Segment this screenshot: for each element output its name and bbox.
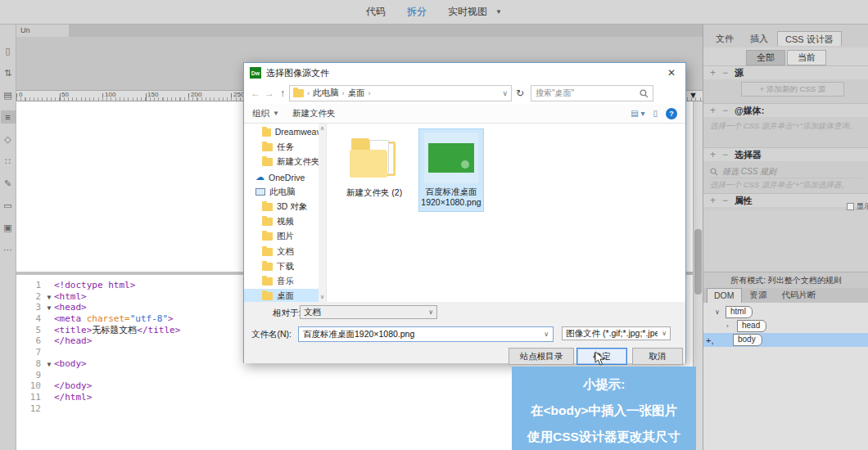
code-view-button[interactable]: 代码 <box>366 5 386 19</box>
remove-property-icon[interactable]: − <box>722 195 730 206</box>
add-media-query-icon[interactable]: ▼ <box>689 90 698 100</box>
expand-icon[interactable]: ∨ <box>715 308 721 316</box>
sidebar-item-videos[interactable]: 视频 <box>244 214 326 229</box>
dreamweaver-app: 代码 拆分 实时视图 ▼ ▯ ⇅ ▤ ≡ ◇ ∷ ✎ ▭ ▣ ⋯ Un 单击标尺… <box>0 0 868 450</box>
widget-icon[interactable]: ▣ <box>1 221 16 234</box>
file-tile-folder[interactable]: 新建文件夹 (2) <box>338 128 410 198</box>
media-queries-icon[interactable]: ▤ <box>1 88 16 101</box>
relative-to-select[interactable]: 文档 ∨ <box>300 305 437 319</box>
desktop-icon <box>262 292 273 300</box>
remove-selector-icon[interactable]: − <box>722 149 730 160</box>
tab-assets[interactable]: 资源 <box>744 288 774 303</box>
file-tile-image-selected[interactable]: 百度标准桌面 1920×1080.png <box>418 128 484 212</box>
sidebar-item-this-pc[interactable]: 此电脑 <box>244 185 326 200</box>
file-list-area[interactable]: 新建文件夹 (2) 百度标准桌面 1920×1080.png <box>327 124 685 302</box>
remove-source-icon[interactable]: − <box>722 67 730 79</box>
tab-insert[interactable]: 插入 <box>743 31 775 46</box>
view-options-icon[interactable]: ▤ ▾ <box>631 109 644 118</box>
tab-css-designer[interactable]: CSS 设计器 <box>777 31 842 46</box>
mode-current-button[interactable]: 当前 <box>787 50 826 65</box>
sidebar-item-desktop[interactable]: 桌面 <box>244 289 326 302</box>
remove-media-icon[interactable]: − <box>722 105 730 116</box>
cancel-button[interactable]: 取消 <box>632 348 683 365</box>
add-element-icon[interactable]: +, <box>706 335 713 345</box>
tab-snippets[interactable]: 代码片断 <box>775 288 823 303</box>
view-mode-toolbar: 代码 拆分 实时视图 ▼ <box>0 0 868 25</box>
refresh-icon[interactable]: ↻ <box>516 88 524 99</box>
forward-icon[interactable]: → <box>264 88 274 99</box>
add-source-icon[interactable]: + <box>710 67 717 79</box>
tab-dom[interactable]: DOM <box>707 288 742 303</box>
css-designer-status: 所有模式: 列出整个文档的规则 <box>703 272 868 288</box>
collapse-arrow-icon[interactable]: ▼ <box>44 292 54 304</box>
dialog-title-bar[interactable]: Dw 选择图像源文件 ✕ <box>244 63 685 83</box>
sidebar-scrollbar[interactable]: ∧ ∨ <box>319 124 326 302</box>
organize-button[interactable]: 组织 <box>252 108 269 119</box>
sidebar-item-tasks[interactable]: 任务 <box>244 140 326 155</box>
new-document-icon[interactable]: ▯ <box>1 44 16 57</box>
guides-icon[interactable]: ∷ <box>1 155 16 168</box>
add-property-icon[interactable]: + <box>710 195 717 206</box>
add-css-source-button[interactable]: + 添加新的 CSS 源 <box>741 82 844 97</box>
preview-pane-icon[interactable]: ▯ <box>653 109 658 118</box>
new-folder-button[interactable]: 新建文件夹 <box>292 108 336 119</box>
scrollbar-thumb[interactable] <box>694 229 702 295</box>
filetype-select[interactable]: 图像文件 (*.gif;*.jpg;*.jpeg;*.p ∨ <box>562 326 671 340</box>
sidebar-item-pictures[interactable]: 图片 <box>244 229 326 244</box>
dom-node-head[interactable]: › head <box>703 319 868 333</box>
collapse-arrow-icon[interactable]: ▼ <box>44 303 54 314</box>
panel-tabs: 文件 插入 CSS 设计器 <box>703 31 868 46</box>
music-icon <box>262 277 273 286</box>
sidebar-item-onedrive[interactable]: ☁OneDrive <box>244 170 326 185</box>
dom-node-body[interactable]: +, body <box>703 333 868 347</box>
format-source-icon[interactable]: ≡ <box>1 110 16 124</box>
sidebar-item-dreamweaver[interactable]: Dreamweaver库 <box>244 125 326 140</box>
sidebar-item-downloads[interactable]: 下载 <box>244 259 326 274</box>
help-icon[interactable]: ? <box>666 108 677 119</box>
breadcrumb-separator: › <box>342 89 345 97</box>
breadcrumb-this-pc[interactable]: 此电脑 <box>313 88 339 99</box>
filename-input[interactable]: 百度标准桌面1920×1080.png ∨ <box>298 326 554 342</box>
css-rule-filter-input[interactable]: 筛选 CSS 规则 <box>710 165 862 178</box>
fluid-grid-icon[interactable]: ◇ <box>1 133 16 146</box>
document-tab-strip: Un <box>16 25 703 37</box>
breadcrumb[interactable]: › 此电脑 › 桌面 › ∨ <box>289 85 512 101</box>
checkbox-icon[interactable] <box>847 203 854 210</box>
tab-files[interactable]: 文件 <box>708 31 741 46</box>
back-icon[interactable]: ← <box>251 88 260 99</box>
head-tag-pill[interactable]: head <box>737 320 766 332</box>
breadcrumb-desktop[interactable]: 桌面 <box>348 88 365 99</box>
edit-icon[interactable]: ✎ <box>1 177 16 190</box>
collapse-icon[interactable]: › <box>726 322 733 330</box>
address-dropdown-icon[interactable]: ∨ <box>502 89 508 97</box>
filename-label: 文件名(N): <box>251 329 292 340</box>
add-selector-icon[interactable]: + <box>710 149 717 160</box>
up-icon[interactable]: ↑ <box>280 88 285 99</box>
live-view-dropdown-icon[interactable]: ▼ <box>495 8 502 16</box>
more-tools-icon[interactable]: ⋯ <box>1 243 16 256</box>
pictures-icon <box>262 232 273 241</box>
sort-icon[interactable]: ⇅ <box>1 66 16 79</box>
mode-all-button[interactable]: 全部 <box>746 50 785 65</box>
sidebar-item-3d-objects[interactable]: 3D 对象 <box>244 200 326 214</box>
selectors-section-header: + − 选择器 <box>703 147 868 161</box>
collapse-arrow-icon[interactable]: ▼ <box>44 359 54 371</box>
body-tag-pill[interactable]: body <box>733 334 762 346</box>
add-media-icon[interactable]: + <box>710 105 717 116</box>
search-input[interactable]: 搜索"桌面" <box>531 85 653 101</box>
split-view-button[interactable]: 拆分 <box>407 5 427 19</box>
sidebar-item-documents[interactable]: 文档 <box>244 245 326 259</box>
scroll-down-icon[interactable]: ∨ <box>320 294 324 300</box>
close-icon[interactable]: ✕ <box>658 64 685 82</box>
document-tab[interactable]: Un <box>16 25 69 37</box>
organize-dropdown-icon[interactable]: ▼ <box>273 110 279 117</box>
comment-icon[interactable]: ▭ <box>1 199 16 212</box>
scroll-up-icon[interactable]: ∧ <box>320 125 324 132</box>
site-root-button[interactable]: 站点根目录 <box>509 348 574 365</box>
breadcrumb-separator: › <box>307 89 310 97</box>
dom-node-html[interactable]: ∨ html <box>703 305 868 319</box>
sidebar-item-new-folder[interactable]: 新建文件夹 <box>244 155 326 169</box>
live-view-button[interactable]: 实时视图 <box>448 5 487 19</box>
html-tag-pill[interactable]: html <box>726 306 753 318</box>
sidebar-item-music[interactable]: 音乐 <box>244 274 326 289</box>
